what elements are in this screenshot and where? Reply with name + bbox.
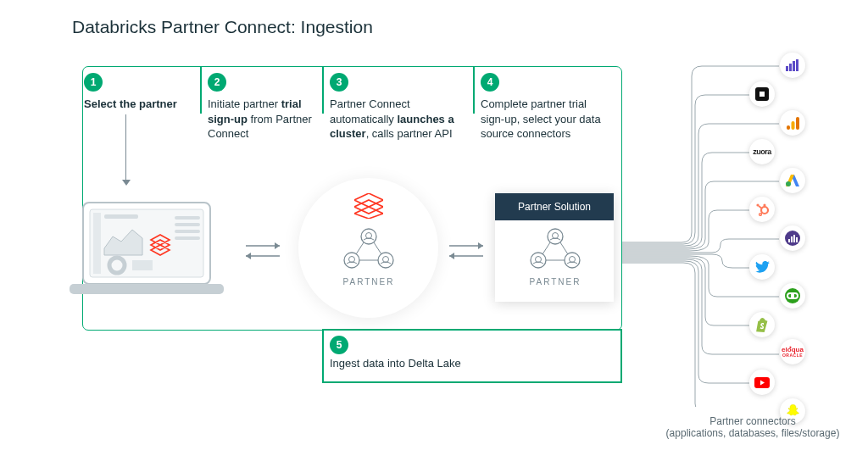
divider-2 — [322, 66, 324, 114]
partner-label-1: PARTNER — [342, 277, 395, 286]
svg-rect-37 — [786, 66, 788, 71]
svg-rect-57 — [793, 235, 795, 242]
svg-rect-43 — [787, 125, 790, 130]
svg-line-22 — [374, 242, 381, 254]
partner-network-icon-2 — [529, 226, 581, 272]
arrow-1-head — [122, 180, 131, 186]
connector-youtube-icon — [749, 370, 775, 395]
svg-point-31 — [536, 257, 542, 263]
svg-rect-38 — [789, 64, 792, 71]
partner-solution-header: Partner Solution — [495, 193, 614, 220]
svg-rect-6 — [132, 260, 153, 270]
svg-rect-58 — [796, 237, 798, 242]
svg-rect-4 — [104, 214, 138, 219]
step-2-badge: 2 — [208, 73, 226, 92]
bidir-arrows-1 — [239, 240, 287, 262]
svg-marker-27 — [449, 253, 454, 259]
step-1-badge: 1 — [84, 73, 103, 92]
svg-point-52 — [760, 214, 762, 216]
step-2-text: Initiate partner trial sign-up from Part… — [208, 97, 314, 142]
svg-rect-3 — [93, 213, 101, 274]
step5-left — [322, 329, 324, 381]
svg-point-30 — [531, 253, 546, 268]
svg-rect-7 — [175, 216, 200, 220]
svg-rect-10 — [175, 236, 200, 240]
svg-line-34 — [542, 242, 550, 254]
databricks-logo-icon — [354, 193, 383, 219]
divider-1 — [200, 66, 202, 114]
connector-square-icon — [749, 81, 775, 107]
svg-rect-42 — [760, 92, 765, 97]
svg-rect-39 — [793, 61, 795, 71]
connector-twitter-icon — [749, 254, 775, 280]
connector-mixpanel-icon — [780, 225, 805, 251]
connectors-caption: Partner connectors (applications, databa… — [643, 415, 863, 439]
svg-line-53 — [761, 213, 762, 214]
divider-3 — [473, 66, 475, 114]
svg-point-16 — [366, 233, 372, 239]
step5-top — [322, 329, 622, 331]
svg-point-18 — [349, 257, 355, 263]
step-4-text: Complete partner trial sign-up, select y… — [481, 97, 612, 142]
page-title: Databricks Partner Connect: Ingestion — [72, 17, 373, 37]
svg-rect-55 — [788, 239, 790, 242]
step-3-badge: 3 — [330, 73, 348, 92]
step-4-badge: 4 — [481, 73, 499, 92]
svg-point-28 — [548, 229, 563, 244]
partner-network-icon — [342, 226, 395, 272]
svg-rect-44 — [791, 121, 794, 130]
svg-marker-25 — [478, 242, 483, 249]
bidir-arrows-2 — [442, 240, 490, 262]
step5-bottom — [322, 381, 622, 383]
connector-lines — [614, 51, 800, 407]
connector-quickbooks-icon — [780, 283, 805, 309]
svg-point-17 — [344, 253, 359, 268]
svg-point-19 — [378, 253, 393, 268]
connector-shopify-icon — [749, 312, 775, 337]
svg-point-20 — [383, 257, 389, 263]
svg-point-29 — [553, 233, 559, 239]
step-3-text: Partner Connect automatically launches a… — [330, 97, 461, 142]
laptop-icon — [66, 199, 227, 301]
svg-rect-8 — [175, 223, 200, 226]
connector-google-analytics-icon — [780, 110, 805, 136]
svg-rect-56 — [791, 236, 793, 242]
partner-label-2: PARTNER — [529, 277, 581, 286]
connector-google-ads-icon — [780, 168, 805, 193]
connector-hubspot-icon — [749, 197, 775, 222]
svg-rect-9 — [175, 230, 200, 233]
svg-line-35 — [560, 242, 568, 254]
svg-line-51 — [759, 206, 762, 209]
arrow-1-line — [125, 114, 126, 180]
svg-marker-12 — [275, 242, 280, 249]
connector-zuora-icon: zuora — [749, 139, 775, 164]
svg-rect-40 — [796, 59, 798, 71]
svg-point-46 — [786, 181, 791, 186]
svg-point-15 — [361, 229, 376, 244]
step-1-text: Select the partner — [84, 97, 194, 112]
step-5-text: Ingest data into Delta Lake — [330, 356, 461, 371]
connector-marketo-icon — [780, 53, 805, 78]
svg-rect-2 — [70, 284, 224, 294]
svg-point-33 — [570, 257, 576, 263]
svg-point-32 — [565, 253, 580, 268]
connector-eloqua-icon: elo●quaORACLE — [780, 339, 805, 364]
svg-line-21 — [356, 242, 364, 254]
svg-rect-45 — [796, 117, 799, 130]
svg-marker-14 — [246, 253, 251, 259]
step-5-badge: 5 — [330, 336, 348, 354]
